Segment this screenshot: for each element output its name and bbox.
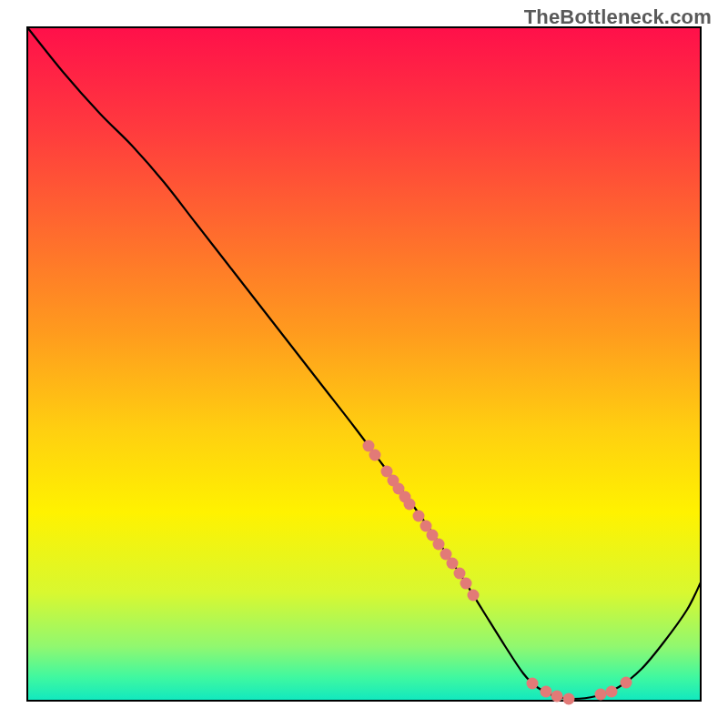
data-point bbox=[369, 450, 381, 461]
chart-background bbox=[27, 27, 701, 701]
data-point bbox=[460, 578, 472, 590]
data-point bbox=[454, 568, 466, 580]
data-point bbox=[468, 590, 480, 602]
data-point bbox=[447, 558, 459, 570]
data-point bbox=[433, 539, 445, 551]
chart-container: { "watermark": "TheBottleneck.com", "cha… bbox=[0, 0, 728, 728]
data-point bbox=[413, 511, 425, 522]
data-point bbox=[621, 677, 632, 689]
data-point bbox=[404, 499, 416, 511]
watermark-text: TheBottleneck.com bbox=[524, 5, 712, 29]
data-point bbox=[541, 686, 552, 698]
chart-svg bbox=[0, 0, 728, 728]
data-point bbox=[527, 678, 539, 690]
data-point bbox=[551, 691, 563, 703]
data-point bbox=[606, 686, 618, 698]
data-point bbox=[595, 689, 607, 701]
data-point bbox=[563, 693, 575, 705]
